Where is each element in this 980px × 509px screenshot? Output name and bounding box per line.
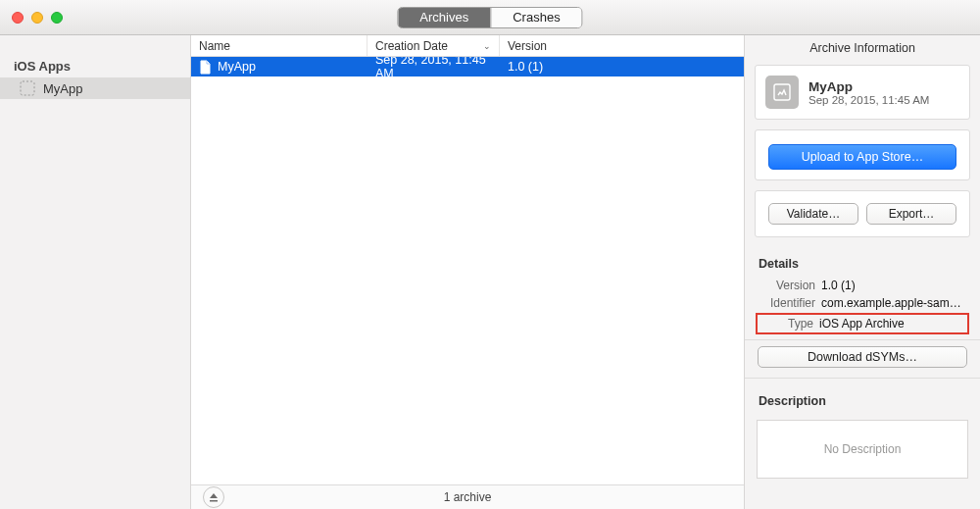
- sidebar-item-myapp[interactable]: MyApp: [0, 77, 190, 99]
- archive-date: Sep 28, 2015, 11:45 AM: [368, 57, 500, 80]
- description-heading: Description: [745, 384, 980, 414]
- archive-row[interactable]: MyApp Sep 28, 2015, 11:45 AM 1.0 (1): [191, 57, 744, 76]
- archive-rows: MyApp Sep 28, 2015, 11:45 AM 1.0 (1): [191, 57, 744, 484]
- detail-type: Type iOS App Archive: [757, 314, 968, 333]
- tab-archives[interactable]: Archives: [398, 8, 490, 27]
- main: iOS Apps MyApp Name Creation Date ⌄ Vers…: [0, 35, 980, 509]
- svg-rect-0: [21, 81, 34, 95]
- inspector-title: Archive Information: [745, 35, 980, 65]
- archive-icon: [20, 80, 35, 96]
- eject-icon: [203, 486, 224, 508]
- close-window-icon[interactable]: [12, 12, 24, 24]
- inspector-header-card: MyApp Sep 28, 2015, 11:45 AM: [755, 65, 970, 120]
- app-icon: [765, 76, 799, 109]
- archive-name: MyApp: [218, 60, 256, 74]
- validate-button[interactable]: Validate…: [768, 203, 858, 225]
- column-creation-date-label: Creation Date: [375, 39, 448, 53]
- export-button[interactable]: Export…: [866, 203, 956, 225]
- download-dsyms-button[interactable]: Download dSYMs…: [758, 346, 967, 368]
- tab-crashes[interactable]: Crashes: [490, 8, 581, 27]
- svg-rect-1: [774, 84, 790, 100]
- column-version[interactable]: Version: [500, 35, 744, 56]
- detail-identifier-key: Identifier: [759, 296, 815, 310]
- detail-type-value: iOS App Archive: [819, 317, 966, 331]
- upload-button[interactable]: Upload to App Store…: [768, 144, 956, 170]
- inspector-app-date: Sep 28, 2015, 11:45 AM: [808, 94, 929, 106]
- detail-version: Version 1.0 (1): [745, 277, 980, 294]
- status-bar: 1 archive: [191, 484, 744, 509]
- sort-caret-icon: ⌄: [483, 41, 491, 51]
- column-headers: Name Creation Date ⌄ Version: [191, 35, 744, 57]
- description-box[interactable]: No Description: [757, 420, 968, 479]
- window-controls: [12, 12, 63, 24]
- sidebar-item-label: MyApp: [43, 81, 82, 96]
- archive-list-pane: Name Creation Date ⌄ Version MyApp Sep 2…: [191, 35, 745, 509]
- sidebar-heading: iOS Apps: [0, 55, 190, 77]
- minimize-window-icon[interactable]: [31, 12, 43, 24]
- inspector: Archive Information MyApp Sep 28, 2015, …: [745, 35, 980, 509]
- detail-identifier: Identifier com.example.apple-sam…: [745, 294, 980, 312]
- details-heading: Details: [745, 247, 980, 277]
- safe-remove-button[interactable]: [203, 486, 224, 508]
- status-count: 1 archive: [444, 490, 492, 504]
- inspector-app-name: MyApp: [808, 79, 929, 94]
- titlebar: Archives Crashes: [0, 0, 980, 35]
- detail-version-key: Version: [759, 279, 815, 292]
- column-name[interactable]: Name: [191, 35, 368, 56]
- sidebar: iOS Apps MyApp: [0, 35, 191, 509]
- archive-version: 1.0 (1): [500, 60, 744, 74]
- description-placeholder: No Description: [824, 442, 902, 456]
- file-icon: [199, 60, 212, 75]
- detail-type-key: Type: [759, 317, 813, 331]
- detail-identifier-value: com.example.apple-sam…: [821, 296, 966, 310]
- detail-version-value: 1.0 (1): [821, 279, 966, 292]
- column-creation-date[interactable]: Creation Date ⌄: [368, 35, 500, 56]
- validate-export-card: Validate… Export…: [755, 190, 970, 237]
- upload-card: Upload to App Store…: [755, 129, 970, 180]
- zoom-window-icon[interactable]: [51, 12, 63, 24]
- tabs-segmented: Archives Crashes: [397, 7, 582, 28]
